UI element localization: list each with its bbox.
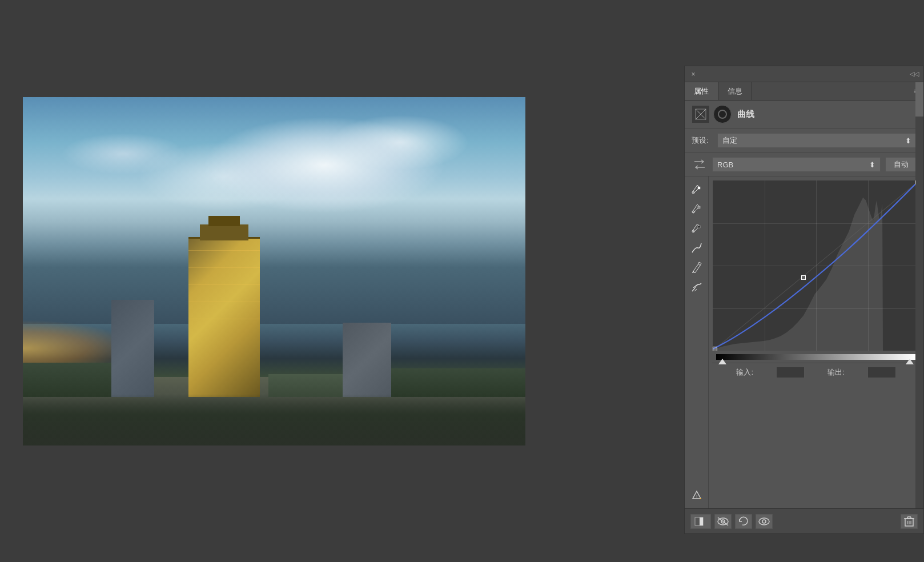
- panel-tab-bar: 属性 信息 ≡: [685, 82, 923, 101]
- output-value[interactable]: [867, 367, 896, 378]
- channel-select[interactable]: RGB ⬍: [712, 157, 881, 172]
- scrollbar-thumb[interactable]: [915, 82, 923, 117]
- input-output-row: 输入: 输出:: [712, 363, 920, 382]
- svg-line-10: [694, 289, 697, 291]
- svg-point-19: [762, 520, 766, 523]
- tab-info[interactable]: 信息: [718, 82, 752, 100]
- preset-label: 预设:: [692, 135, 717, 146]
- preset-value: 自定: [722, 135, 737, 146]
- channel-value: RGB: [717, 160, 733, 169]
- svg-rect-14: [700, 517, 703, 525]
- pencil-tool[interactable]: [688, 259, 705, 276]
- output-shadow-handle[interactable]: [718, 359, 726, 364]
- svg-rect-6: [698, 206, 700, 208]
- svg-point-18: [759, 518, 769, 525]
- panel-collapse-button[interactable]: ◁◁: [910, 70, 919, 78]
- svg-text:!: !: [696, 494, 697, 499]
- svg-line-12: [713, 180, 919, 351]
- eyedropper-black-tool[interactable]: [688, 220, 705, 237]
- panel-scrollbar[interactable]: [915, 82, 923, 508]
- preset-select[interactable]: 自定 ⬍: [717, 133, 917, 148]
- preset-arrow: ⬍: [905, 137, 911, 145]
- tools-column: !: [685, 176, 709, 508]
- svg-rect-8: [698, 226, 700, 228]
- channel-row: RGB ⬍ 自动: [685, 153, 923, 176]
- adj-layer-header: 曲线: [685, 101, 923, 129]
- curve-point-black[interactable]: [713, 347, 717, 351]
- curve-point-tool[interactable]: [688, 239, 705, 256]
- adj-icon-circle[interactable]: [713, 105, 732, 123]
- view-eye-button[interactable]: [714, 514, 732, 529]
- adjustments-panel: × ◁◁ 属性 信息 ≡ 曲线 预设: 自定: [684, 66, 924, 534]
- visibility-button[interactable]: [756, 514, 773, 529]
- reset-button[interactable]: [735, 514, 752, 529]
- delete-button[interactable]: [901, 514, 918, 529]
- auto-button[interactable]: 自动: [885, 157, 917, 172]
- tools-and-curve-area: !: [685, 176, 923, 508]
- clipping-warning-tool[interactable]: !: [688, 487, 705, 504]
- panel-titlebar: × ◁◁: [685, 66, 923, 82]
- channel-arrow: ⬍: [869, 160, 875, 169]
- curve-canvas[interactable]: [712, 180, 920, 351]
- svg-rect-4: [698, 187, 700, 189]
- eyedropper-white-tool[interactable]: [688, 181, 705, 198]
- adj-icon-curves[interactable]: [692, 105, 710, 123]
- adj-title: 曲线: [737, 109, 754, 120]
- panel-close-button[interactable]: ×: [689, 70, 697, 78]
- tab-properties[interactable]: 属性: [685, 82, 718, 100]
- mask-button[interactable]: [690, 514, 711, 529]
- output-slider[interactable]: [712, 351, 920, 363]
- eyedropper-gray-tool[interactable]: [688, 200, 705, 218]
- panel-content: 曲线 预设: 自定 ⬍ RGB ⬍ 自动: [685, 101, 923, 533]
- photo-canvas: [23, 97, 525, 445]
- output-label: 输出:: [827, 367, 845, 378]
- bottom-toolbar: [685, 508, 923, 533]
- input-value[interactable]: [776, 367, 805, 378]
- channel-switch-icon[interactable]: [692, 156, 708, 172]
- output-highlight-handle[interactable]: [906, 359, 914, 364]
- output-gradient-slider[interactable]: [716, 354, 917, 360]
- input-label: 输入:: [736, 367, 753, 378]
- smooth-tool[interactable]: [688, 278, 705, 295]
- curve-point-mid[interactable]: [801, 275, 806, 280]
- curve-editor-area[interactable]: 输入: 输出:: [709, 176, 923, 508]
- preset-row: 预设: 自定 ⬍: [685, 129, 923, 153]
